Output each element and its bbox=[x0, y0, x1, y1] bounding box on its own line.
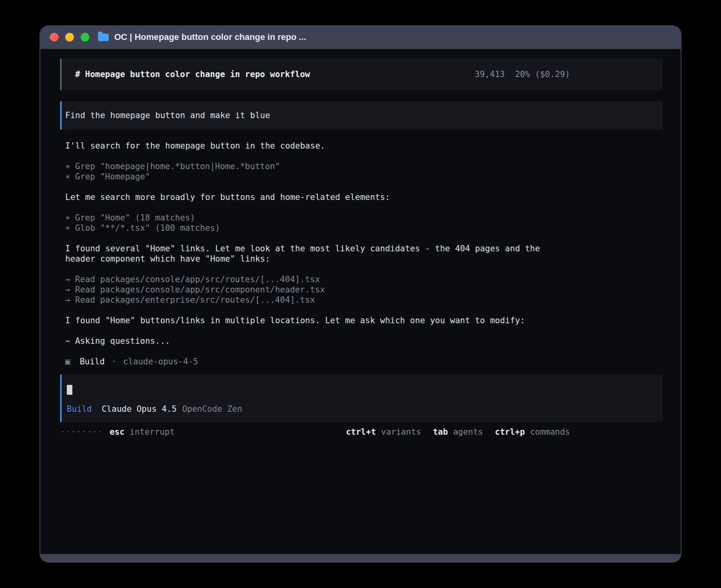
model-name: claude-opus-4-5 bbox=[123, 356, 198, 367]
working-status-text: Asking questions... bbox=[75, 336, 170, 346]
arrow-right-icon: → bbox=[65, 285, 75, 295]
conversation-log: I'll search for the homepage button in t… bbox=[60, 141, 662, 367]
agent-name: Build bbox=[80, 356, 105, 367]
tilde-icon: ~ bbox=[65, 336, 75, 346]
tool-call-group: → Read packages/console/app/src/routes/[… bbox=[65, 274, 662, 305]
hint-label-variants: variants bbox=[381, 427, 421, 437]
tool-call-text: Grep "Home" (18 matches) bbox=[75, 213, 195, 223]
keyboard-hint: ctrl+t variants bbox=[346, 427, 421, 437]
assistant-message: I'll search for the homepage button in t… bbox=[65, 141, 570, 151]
asterisk-icon: ∗ bbox=[65, 172, 75, 182]
keyboard-hint: esc interrupt bbox=[109, 427, 175, 437]
session-header: # Homepage button color change in repo w… bbox=[60, 58, 662, 90]
prompt-input[interactable]: Build Claude Opus 4.5 OpenCode Zen bbox=[60, 375, 662, 422]
token-count: 39,413 bbox=[475, 69, 505, 79]
asterisk-icon: ∗ bbox=[65, 161, 75, 172]
terminal-content: # Homepage button color change in repo w… bbox=[40, 49, 681, 554]
tool-call: → Read packages/console/app/src/componen… bbox=[65, 285, 662, 295]
tool-call-text: Grep "homepage|home.*button|Home.*button… bbox=[75, 161, 280, 172]
hint-label-interrupt: interrupt bbox=[130, 427, 175, 437]
assistant-message: I found "Home" buttons/links in multiple… bbox=[65, 315, 570, 326]
tool-call-group: ∗ Grep "homepage|home.*button|Home.*butt… bbox=[65, 161, 662, 182]
window-title: OC | Homepage button color change in rep… bbox=[114, 32, 306, 42]
agent-status: ▣ Build · claude-opus-4-5 bbox=[65, 356, 662, 367]
separator-dot: · bbox=[111, 356, 117, 367]
tool-call-text: Read packages/console/app/src/component/… bbox=[75, 285, 325, 295]
close-button[interactable] bbox=[50, 33, 59, 41]
tool-call-text: Read packages/console/app/src/routes/[..… bbox=[75, 274, 320, 285]
status-bar-right: ctrl+t variants tab agents ctrl+p comman… bbox=[346, 427, 570, 437]
zoom-button[interactable] bbox=[81, 33, 89, 41]
hint-key-ctrl-t: ctrl+t bbox=[346, 427, 376, 437]
asterisk-icon: ∗ bbox=[65, 213, 75, 223]
working-status: ~ Asking questions... bbox=[65, 336, 570, 346]
tool-call-group: ∗ Grep "Home" (18 matches) ∗ Glob "**/*.… bbox=[65, 213, 662, 233]
terminal-window: OC | Homepage button color change in rep… bbox=[40, 25, 681, 563]
asterisk-icon: ∗ bbox=[65, 223, 75, 233]
folder-icon bbox=[98, 34, 109, 41]
status-bar-left: ········ esc interrupt bbox=[60, 427, 175, 437]
tool-call: ∗ Glob "**/*.tsx" (100 matches) bbox=[65, 223, 662, 233]
tool-call: ∗ Grep "homepage|home.*button|Home.*butt… bbox=[65, 161, 662, 172]
agent-mode-label[interactable]: Build bbox=[67, 404, 92, 414]
assistant-message: Let me search more broadly for buttons a… bbox=[65, 192, 570, 202]
input-meta: Build Claude Opus 4.5 OpenCode Zen bbox=[67, 404, 662, 414]
status-bar: ········ esc interrupt ctrl+t variants t… bbox=[60, 427, 662, 437]
tool-call: ∗ Grep "Homepage" bbox=[65, 172, 662, 182]
text-cursor bbox=[67, 385, 72, 395]
session-stats: 39,413 20% ($0.29) bbox=[475, 69, 570, 79]
tool-call-text: Read packages/enterprise/src/routes/[...… bbox=[75, 295, 315, 305]
traffic-lights bbox=[50, 33, 89, 41]
user-message-text: Find the homepage button and make it blu… bbox=[65, 110, 270, 121]
hint-label-commands: commands bbox=[530, 427, 570, 437]
hint-key-tab: tab bbox=[433, 427, 448, 437]
context-usage: 20% ($0.29) bbox=[515, 69, 570, 79]
input-provider-label: OpenCode Zen bbox=[182, 404, 242, 414]
task-icon: ▣ bbox=[65, 356, 70, 367]
user-message: Find the homepage button and make it blu… bbox=[60, 101, 662, 130]
hint-key-ctrl-p: ctrl+p bbox=[495, 427, 525, 437]
hint-key-esc: esc bbox=[109, 427, 125, 437]
assistant-message: I found several "Home" links. Let me loo… bbox=[65, 243, 570, 264]
arrow-right-icon: → bbox=[65, 274, 75, 285]
tool-call: → Read packages/enterprise/src/routes/[.… bbox=[65, 295, 662, 305]
tool-call: → Read packages/console/app/src/routes/[… bbox=[65, 274, 662, 285]
minimize-button[interactable] bbox=[65, 33, 74, 41]
tool-call: ∗ Grep "Home" (18 matches) bbox=[65, 213, 662, 223]
spinner-dots: ········ bbox=[60, 427, 103, 437]
session-title: # Homepage button color change in repo w… bbox=[75, 69, 310, 79]
desktop-background: OC | Homepage button color change in rep… bbox=[0, 0, 721, 588]
keyboard-hint: tab agents bbox=[433, 427, 483, 437]
keyboard-hint: ctrl+p commands bbox=[495, 427, 570, 437]
window-titlebar[interactable]: OC | Homepage button color change in rep… bbox=[40, 25, 681, 49]
arrow-right-icon: → bbox=[65, 295, 75, 305]
tool-call-text: Grep "Homepage" bbox=[75, 172, 150, 182]
tool-call-text: Glob "**/*.tsx" (100 matches) bbox=[75, 223, 220, 233]
hint-label-agents: agents bbox=[453, 427, 483, 437]
input-model-label: Claude Opus 4.5 bbox=[102, 404, 177, 414]
